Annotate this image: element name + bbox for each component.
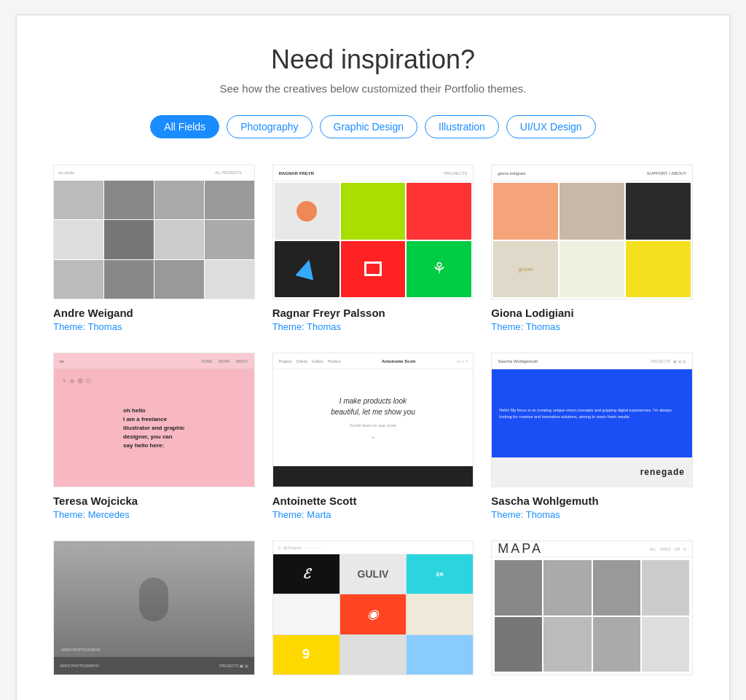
giona-topbar: giona lodigiani SUPPORT / ABOUT [492, 165, 692, 181]
card-giona: giona lodigiani SUPPORT / ABOUT Giona Lo… [491, 165, 693, 332]
ragnar-name: RAGNAR FREYR [279, 171, 314, 176]
ragnar-cell-1 [275, 183, 339, 240]
page-header: Need inspiration? See how the creatives … [53, 44, 693, 95]
card-thumb-giona[interactable]: giona lodigiani SUPPORT / ABOUT [491, 165, 693, 299]
card-thumb-row3c[interactable]: MAPA ALL PRINT GR R [491, 540, 693, 675]
teresa-body-text: oh helloI am a freelanceillustrator and … [123, 406, 184, 450]
antoinette-arrow-icon: ⌄ [370, 432, 376, 440]
page-wrapper: Need inspiration? See how the creatives … [16, 15, 730, 700]
page-subtitle: See how the creatives below customized t… [53, 82, 693, 95]
card-theme-antoinette: Theme: Marta [272, 509, 474, 520]
row3b-topbar: ◷ All Projects ··· ···· ··· ··· [273, 541, 474, 554]
card-thumb-sascha[interactable]: Sascha Wohlgemuth PROJECTS ▣ ▤ ▥ Hello! … [491, 353, 693, 487]
filter-graphic-design[interactable]: Graphic Design [320, 115, 418, 138]
mapa-cell-5 [495, 617, 542, 672]
ragnar-cell-4 [275, 241, 339, 298]
filter-illustration[interactable]: Illustration [425, 115, 499, 138]
row3b-cell-7: 9 [273, 635, 339, 675]
antoinette-topbar: Projects Clients Gallery Product Antoine… [273, 353, 474, 369]
ragnar-cell-5 [341, 241, 406, 298]
mapa-cell-6 [543, 617, 591, 672]
mapa-cell-7 [593, 617, 640, 672]
card-thumb-row3b[interactable]: ◷ All Projects ··· ···· ··· ··· ℰ GULIV … [272, 540, 474, 675]
page-title: Need inspiration? [53, 44, 693, 75]
andre-img-8 [205, 220, 254, 259]
sascha-bottom-section: renegade [492, 457, 692, 487]
card-antoinette: Projects Clients Gallery Product Antoine… [272, 353, 474, 520]
andre-topbar: am.studio ALL PROJECTS · · · [54, 165, 254, 180]
andre-img-11 [154, 260, 204, 299]
card-row3a: ARKO PHOTOGRAPHY ARKO PHOTOGRAPHY PROJEC… [53, 540, 255, 685]
andre-img-12 [205, 260, 254, 299]
sascha-topbar-right: PROJECTS ▣ ▤ ▥ [651, 359, 686, 363]
ragnar-cell-3 [407, 183, 471, 240]
ragnar-grid [273, 181, 474, 299]
card-thumb-row3a[interactable]: ARKO PHOTOGRAPHY ARKO PHOTOGRAPHY PROJEC… [53, 540, 255, 675]
teresa-logo: tw [60, 359, 64, 363]
filter-ui-ux-design[interactable]: UI/UX Design [506, 115, 596, 138]
giona-cell-1 [493, 183, 558, 240]
row3a-person-image [54, 541, 254, 657]
antoinette-body: I make products lookbeautiful, let me sh… [273, 369, 474, 466]
card-theme-giona: Theme: Thomas [491, 321, 693, 332]
antoinette-scroll: Scroll down to see more [350, 423, 396, 428]
sascha-renegade-text: renegade [640, 467, 685, 477]
giona-cell-5 [560, 241, 624, 298]
mapa-cell-1 [495, 560, 542, 616]
antoinette-footer [273, 466, 474, 487]
giona-label: SUPPORT / ABOUT [647, 171, 686, 176]
andre-img-1 [54, 181, 103, 219]
andre-img-2 [104, 181, 154, 219]
andre-img-3 [154, 181, 204, 219]
mapa-logo: MAPA [498, 541, 543, 557]
card-thumb-antoinette[interactable]: Projects Clients Gallery Product Antoine… [272, 353, 474, 487]
teresa-nav3: ABOUT [235, 359, 248, 363]
giona-grid [492, 181, 692, 299]
row3b-cell-8 [340, 635, 407, 675]
row3b-cell-6 [407, 594, 473, 634]
ragnar-topbar: RAGNAR FREYR PROJECTS [273, 165, 474, 181]
mapa-cell-3 [593, 560, 640, 616]
card-thumb-teresa[interactable]: tw HOME WORK ABOUT oh helloI am a freela… [53, 353, 255, 487]
giona-cell-3 [626, 183, 691, 240]
teresa-topbar: tw HOME WORK ABOUT [54, 353, 254, 369]
giona-cell-4 [493, 241, 558, 298]
row3b-cell-1: ℰ [273, 554, 339, 594]
andre-img-4 [205, 181, 254, 219]
teresa-nav1: HOME [202, 359, 213, 363]
andre-img-6 [104, 220, 154, 259]
card-name-andre: Andre Weigand [53, 307, 255, 319]
row3b-cell-5: ◉ [340, 594, 407, 634]
card-andre: am.studio ALL PROJECTS · · · Andre Weiga… [53, 165, 255, 332]
card-theme-ragnar: Theme: Thomas [272, 321, 474, 332]
ragnar-cell-6 [407, 241, 471, 298]
mapa-cell-2 [543, 560, 591, 616]
filter-all-fields[interactable]: All Fields [150, 115, 219, 138]
mapa-topbar: MAPA ALL PRINT GR R [492, 541, 692, 557]
mapa-grid [492, 557, 692, 675]
card-name-giona: Giona Lodigiani [491, 307, 693, 319]
card-name-ragnar: Ragnar Freyr Palsson [272, 307, 474, 319]
card-ragnar: RAGNAR FREYR PROJECTS Ragnar Freyr Palss… [272, 165, 474, 332]
card-theme-andre: Theme: Thomas [53, 321, 255, 332]
row3a-overlay-text: ARKO PHOTOGRAPHY [61, 647, 247, 653]
card-theme-sascha: Theme: Thomas [491, 509, 693, 520]
andre-img-10 [104, 260, 154, 299]
filter-photography[interactable]: Photography [227, 115, 312, 138]
row3b-grid: ℰ GULIV ER ◉ 9 [273, 554, 474, 675]
row3b-cell-9 [407, 635, 473, 675]
card-thumb-ragnar[interactable]: RAGNAR FREYR PROJECTS [272, 165, 474, 299]
row3a-bottom: ARKO PHOTOGRAPHY PROJECTS ▣ ▤ [54, 657, 254, 675]
mapa-cell-4 [642, 560, 689, 616]
mapa-nav: ALL PRINT GR R [650, 547, 686, 551]
ragnar-cell-2 [341, 183, 406, 240]
andre-img-5 [54, 220, 103, 259]
row3b-cell-3: ER [407, 554, 473, 594]
card-thumb-andre[interactable]: am.studio ALL PROJECTS · · · [53, 165, 255, 299]
cards-grid: am.studio ALL PROJECTS · · · Andre Weiga… [53, 165, 693, 685]
sascha-body-text: Hello! My focus is on creating unique vi… [499, 407, 685, 420]
sascha-label: PROJECTS [651, 359, 671, 363]
card-name-antoinette: Antoinette Scott [272, 495, 474, 507]
card-name-sascha: Sascha Wohlgemuth [491, 495, 693, 507]
andre-img-7 [154, 220, 204, 259]
